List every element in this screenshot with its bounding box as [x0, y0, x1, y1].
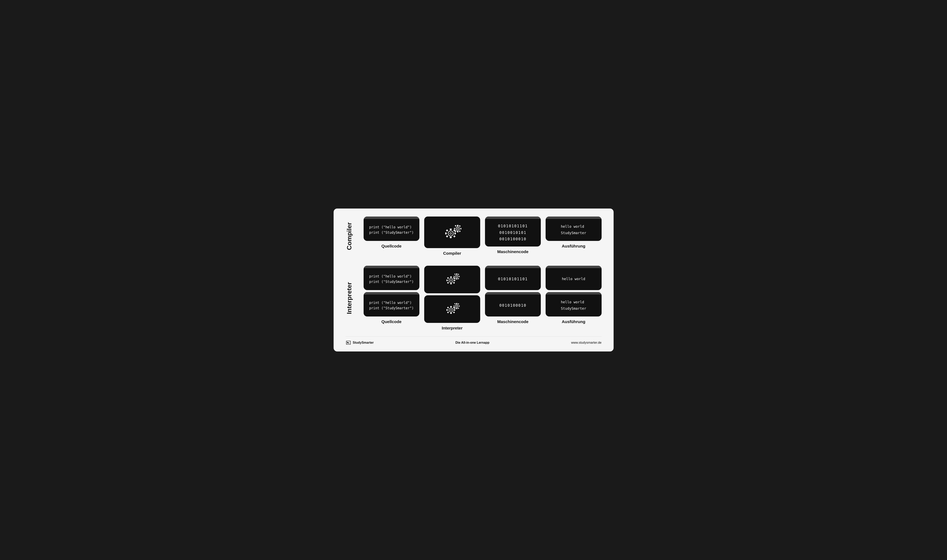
- compiler-quellcode-text: print ("hello world") print ("StudySmart…: [369, 225, 414, 235]
- svg-point-9: [450, 309, 452, 311]
- svg-point-7: [456, 276, 457, 277]
- interpreter-ausfuehrung-stacked: hello world hello world StudySmarter: [546, 266, 602, 317]
- studysmarter-logo-icon: [346, 340, 351, 346]
- interpreter-maschinencode-tab-2: [485, 292, 541, 294]
- interpreter-section: Interpreter print ("hello world") print …: [346, 266, 602, 331]
- compiler-ausfuehrung-label: Ausführung: [562, 244, 585, 249]
- svg-point-0: [448, 231, 453, 236]
- svg-point-3: [457, 228, 458, 229]
- footer-logo: StudySmarter: [346, 340, 374, 346]
- interpreter-quellcode-card-2: print ("hello world") print ("StudySmart…: [363, 292, 420, 317]
- interpreter-ausfuehrung-text-1: hello world: [562, 276, 585, 282]
- interpreter-maschinencode-text-2: 0010100010: [499, 302, 527, 309]
- interpreter-maschinencode-body-2: 0010100010: [485, 294, 541, 317]
- interpreter-gear-card-2: [424, 295, 480, 323]
- compiler-section: Compiler print ("hello world") print ("S…: [346, 217, 602, 256]
- compiler-ausfuehrung-col: hello world StudySmarter Ausführung: [546, 217, 602, 256]
- interpreter-ausfuehrung-card-1: hello world: [546, 266, 602, 290]
- footer-tagline: Die All-in-one Lernapp: [456, 341, 490, 345]
- svg-point-11: [456, 306, 457, 307]
- interpreter-maschinencode-body-1: 01010101101: [485, 268, 541, 290]
- interpreter-maschinencode-card-2: 0010100010: [485, 292, 541, 317]
- interpreter-quellcode-label: Quellcode: [381, 319, 402, 324]
- compiler-gear-col: Compiler: [424, 217, 480, 256]
- interpreter-quellcode-col: print ("hello world") print ("StudySmart…: [363, 266, 420, 331]
- interpreter-ausfuehrung-card-2: hello world StudySmarter: [546, 292, 602, 317]
- interpreter-quellcode-body-2: print ("hello world") print ("StudySmart…: [363, 294, 420, 317]
- interpreter-section-label: Interpreter: [346, 282, 357, 314]
- interpreter-quellcode-text-2: print ("hello world") print ("StudySmart…: [369, 300, 414, 311]
- compiler-ausfuehrung-text: hello world StudySmarter: [561, 223, 586, 236]
- interpreter-gear-icon-1: [443, 271, 461, 289]
- svg-point-8: [449, 308, 453, 312]
- svg-marker-13: [347, 342, 350, 343]
- compiler-section-label: Compiler: [346, 222, 357, 250]
- compiler-maschinencode-card: 01010101101 0010010101 0010100010: [485, 217, 541, 246]
- interpreter-maschinencode-col: 01010101101 0010100010: [485, 266, 541, 331]
- interpreter-ausfuehrung-col: hello world hello world StudySmarter: [546, 266, 602, 331]
- interpreter-ausfuehrung-tab-2: [546, 292, 602, 294]
- interpreter-ausfuehrung-text-2: hello world StudySmarter: [561, 299, 586, 312]
- interpreter-cards-row: print ("hello world") print ("StudySmart…: [363, 266, 602, 331]
- compiler-gear-label: Compiler: [443, 251, 461, 256]
- interpreter-maschinencode-label: Maschinencode: [497, 319, 528, 324]
- compiler-maschinencode-text: 01010101101 0010010101 0010100010: [498, 223, 528, 243]
- compiler-cards-row: print ("hello world") print ("StudySmart…: [363, 217, 602, 256]
- compiler-gear-card: [424, 217, 480, 248]
- interpreter-quellcode-text-1: print ("hello world") print ("StudySmart…: [369, 274, 414, 285]
- compiler-maschinencode-body: 01010101101 0010010101 0010100010: [485, 219, 541, 246]
- interpreter-gear-label: Interpreter: [442, 326, 463, 331]
- interpreter-maschinencode-text-1: 01010101101: [498, 276, 528, 283]
- interpreter-quellcode-tab-1: [363, 266, 420, 268]
- interpreter-ausfuehrung-label: Ausführung: [562, 319, 585, 324]
- svg-point-10: [455, 305, 458, 308]
- interpreter-gear-col: Interpreter: [424, 266, 480, 331]
- footer: StudySmarter Die All-in-one Lernapp www.…: [346, 337, 602, 346]
- svg-point-2: [456, 227, 459, 231]
- interpreter-gear-stacked: [424, 266, 480, 323]
- interpreter-maschinencode-tab-1: [485, 266, 541, 268]
- compiler-maschinencode-tab: [485, 217, 541, 219]
- compiler-ausfuehrung-body: hello world StudySmarter: [546, 219, 602, 241]
- footer-url: www.studysmarter.de: [571, 341, 601, 345]
- slide: Compiler print ("hello world") print ("S…: [334, 209, 614, 351]
- svg-point-6: [455, 275, 458, 278]
- interpreter-quellcode-card-1: print ("hello world") print ("StudySmart…: [363, 266, 420, 290]
- svg-point-4: [449, 278, 453, 283]
- interpreter-quellcode-body-1: print ("hello world") print ("StudySmart…: [363, 268, 420, 290]
- interpreter-quellcode-tab-2: [363, 292, 420, 294]
- interpreter-ausfuehrung-body-2: hello world StudySmarter: [546, 294, 602, 317]
- compiler-quellcode-col: print ("hello world") print ("StudySmart…: [363, 217, 420, 256]
- compiler-maschinencode-col: 01010101101 0010010101 0010100010 Maschi…: [485, 217, 541, 256]
- svg-point-1: [450, 232, 451, 234]
- compiler-quellcode-label: Quellcode: [381, 244, 402, 249]
- svg-point-5: [450, 280, 452, 281]
- main-content: Compiler print ("hello world") print ("S…: [346, 217, 602, 331]
- interpreter-ausfuehrung-tab-1: [546, 266, 602, 268]
- compiler-maschinencode-label: Maschinencode: [497, 249, 528, 254]
- interpreter-maschinencode-card-1: 01010101101: [485, 266, 541, 290]
- compiler-quellcode-tab: [363, 217, 420, 219]
- footer-brand: StudySmarter: [353, 341, 374, 345]
- interpreter-gear-card-1: [424, 266, 480, 293]
- interpreter-maschinencode-stacked: 01010101101 0010100010: [485, 266, 541, 317]
- compiler-quellcode-body: print ("hello world") print ("StudySmart…: [363, 219, 420, 241]
- compiler-ausfuehrung-tab: [546, 217, 602, 219]
- interpreter-gear-icon-2: [443, 300, 461, 318]
- compiler-ausfuehrung-card: hello world StudySmarter: [546, 217, 602, 241]
- interpreter-ausfuehrung-body-1: hello world: [546, 268, 602, 290]
- compiler-gear-icon: [441, 222, 463, 243]
- compiler-quellcode-card: print ("hello world") print ("StudySmart…: [363, 217, 420, 241]
- interpreter-quellcode-stacked: print ("hello world") print ("StudySmart…: [363, 266, 420, 317]
